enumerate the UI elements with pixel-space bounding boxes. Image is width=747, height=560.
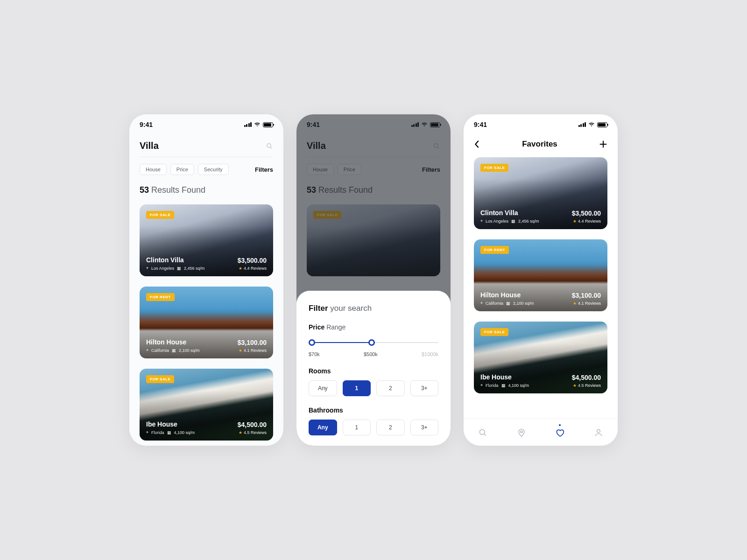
listing-card[interactable]: FOR RENT Hilton House⌖California▦2,100 s…: [474, 239, 607, 311]
listing-price: $3,500.00: [572, 210, 601, 217]
back-button[interactable]: [474, 140, 480, 148]
filter-sheet: Filter your search Price Range $70k $500…: [296, 291, 451, 446]
price-label: Price Range: [309, 323, 438, 331]
area-icon: ▦: [172, 348, 176, 353]
listing-rating: ★ 4.5 Reviews: [238, 430, 267, 435]
status-bar: 9:41: [129, 114, 283, 132]
area-icon: ▦: [511, 219, 515, 224]
listing-tag: FOR SALE: [146, 375, 174, 383]
listing-tag: FOR SALE: [480, 164, 508, 172]
status-icons: [578, 122, 608, 127]
signal-icon: [244, 122, 252, 127]
star-icon: ★: [573, 301, 577, 306]
chip-security[interactable]: Security: [198, 164, 229, 175]
area-icon: ▦: [167, 430, 171, 435]
listing-card[interactable]: FOR SALE Ibe House⌖Florida▦4,100 sq/m $4…: [474, 322, 607, 393]
listing-name: Clinton Villa: [146, 256, 205, 264]
pin-icon: ⌖: [480, 301, 483, 306]
page-title: Favorites: [522, 140, 557, 149]
tab-location[interactable]: [517, 428, 526, 437]
price-range-labels: $70k $500k $1000k: [309, 351, 438, 357]
svg-point-0: [267, 143, 271, 147]
listing-rating: ★ 4.1 Reviews: [238, 348, 267, 353]
listing-price: $3,100.00: [238, 339, 267, 346]
listing-card[interactable]: FOR SALE Clinton Villa⌖Los Angeles▦2,456…: [474, 157, 607, 229]
pin-icon: ⌖: [480, 218, 483, 224]
listing-price: $4,500.00: [572, 374, 601, 381]
bathrooms-label: Bathrooms: [309, 406, 438, 414]
listing-meta: ⌖Florida▦4,100 sq/m: [146, 430, 195, 435]
bath-opt-1[interactable]: 1: [343, 420, 371, 435]
listing-tag: FOR SALE: [480, 328, 508, 336]
svg-point-2: [480, 429, 485, 434]
chip-house[interactable]: House: [140, 164, 167, 175]
pin-icon: ⌖: [480, 383, 483, 388]
listing-meta: ⌖Los Angeles▦2,456 sq/m: [146, 266, 205, 271]
star-icon: ★: [239, 266, 242, 271]
bath-opt-3plus[interactable]: 3+: [410, 420, 439, 435]
tab-favorites[interactable]: [555, 428, 564, 437]
star-icon: ★: [573, 219, 577, 224]
listing-name: Hilton House: [146, 338, 200, 346]
slider-handle-max[interactable]: [368, 339, 375, 346]
listing-rating: ★ 4.1 Reviews: [572, 301, 601, 306]
bath-opt-any[interactable]: Any: [309, 420, 337, 435]
rooms-label: Rooms: [309, 367, 438, 375]
listing-name: Ibe House: [146, 420, 195, 428]
status-bar: 9:41: [464, 114, 618, 132]
favorites-list: FOR SALE Clinton Villa⌖Los Angeles▦2,456…: [464, 149, 618, 393]
slider-handle-min[interactable]: [309, 339, 315, 346]
svg-point-3: [521, 431, 522, 433]
status-time: 9:41: [474, 121, 487, 128]
listing-price: $4,500.00: [238, 421, 267, 428]
chips-row: House Price Security Filters: [140, 164, 273, 175]
bathroom-options: Any 1 2 3+: [309, 420, 438, 435]
tab-search[interactable]: [478, 428, 487, 437]
listing-name: Clinton Villa: [480, 209, 539, 217]
listing-tag: FOR RENT: [146, 293, 175, 301]
star-icon: ★: [573, 383, 577, 388]
wifi-icon: [254, 122, 261, 127]
listing-price: $3,100.00: [572, 292, 601, 299]
listing-card[interactable]: FOR RENT Hilton House ⌖California▦2,100 …: [140, 287, 273, 358]
add-button[interactable]: [599, 140, 607, 148]
listing-meta: ⌖California▦2,100 sq/m: [480, 301, 534, 306]
tab-bar: [464, 419, 618, 446]
chip-price[interactable]: Price: [170, 164, 194, 175]
listing-meta: ⌖California▦2,100 sq/m: [146, 348, 200, 353]
results-list: FOR SALE Clinton Villa ⌖Los Angeles▦2,45…: [140, 204, 273, 441]
search-icon[interactable]: [266, 142, 273, 150]
search-input[interactable]: Villa: [140, 140, 159, 151]
listing-price: $3,500.00: [238, 257, 267, 264]
room-opt-3plus[interactable]: 3+: [410, 380, 439, 396]
phone-search: 9:41 Villa House Price Security Filters …: [129, 114, 283, 446]
rooms-options: Any 1 2 3+: [309, 380, 438, 396]
listing-card[interactable]: FOR SALE Ibe House ⌖Florida▦4,100 sq/m $…: [140, 369, 273, 441]
price-slider[interactable]: [309, 339, 438, 346]
pin-icon: ⌖: [146, 430, 148, 435]
status-icons: [244, 122, 274, 127]
filters-link[interactable]: Filters: [255, 166, 273, 173]
filter-chips: House Price Security: [140, 164, 229, 175]
listing-rating: ★ 4.4 Reviews: [238, 266, 267, 271]
listing-card[interactable]: FOR SALE Clinton Villa ⌖Los Angeles▦2,45…: [140, 204, 273, 276]
search-row: Villa: [140, 140, 273, 157]
sheet-title: Filter your search: [309, 304, 438, 313]
room-opt-1[interactable]: 1: [343, 380, 371, 396]
area-icon: ▦: [501, 383, 506, 388]
pin-icon: ⌖: [146, 348, 148, 353]
listing-name: Hilton House: [480, 291, 534, 299]
tab-profile[interactable]: [594, 428, 603, 437]
star-icon: ★: [239, 430, 242, 435]
bath-opt-2[interactable]: 2: [376, 420, 405, 435]
room-opt-2[interactable]: 2: [376, 380, 405, 396]
battery-icon: [263, 122, 273, 127]
area-icon: ▦: [177, 266, 181, 271]
svg-point-4: [597, 429, 600, 433]
listing-meta: ⌖Los Angeles▦2,456 sq/m: [480, 218, 539, 224]
listing-tag: FOR RENT: [480, 246, 509, 254]
signal-icon: [578, 122, 586, 127]
battery-icon: [597, 122, 607, 127]
listing-rating: ★ 4.4 Reviews: [572, 219, 601, 224]
room-opt-any[interactable]: Any: [309, 380, 337, 396]
